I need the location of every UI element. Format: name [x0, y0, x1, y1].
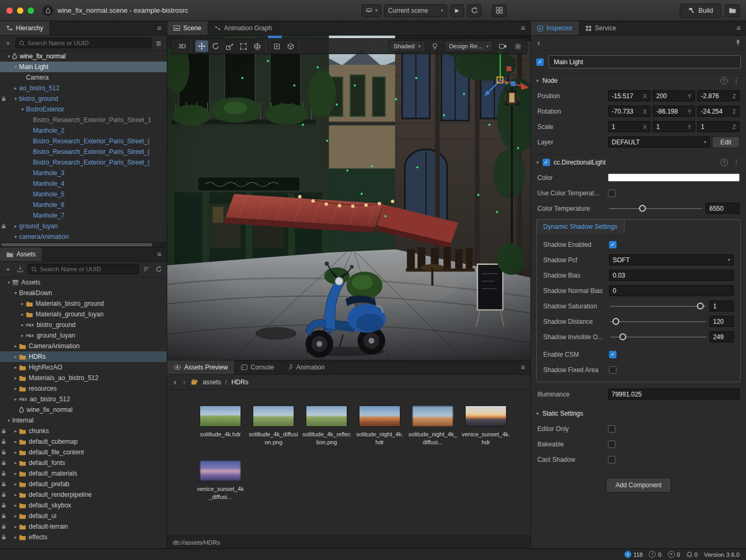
position-z-input[interactable]: -2.876Z — [697, 90, 740, 101]
expand-arrow[interactable]: ▸ — [12, 397, 19, 402]
layout-grid-button[interactable] — [492, 4, 507, 17]
expand-arrow[interactable]: ▾ — [5, 54, 12, 59]
collapse-caret-icon[interactable]: ▾ — [536, 78, 539, 83]
tree-item-ground-luyan[interactable]: ▸FBXground_luyan — [0, 330, 167, 341]
back-button[interactable]: ‹ — [173, 378, 177, 386]
node-name-field[interactable]: Main Light — [548, 55, 741, 68]
expand-arrow[interactable]: ▾ — [12, 96, 19, 101]
hierarchy-search-input[interactable] — [28, 40, 148, 46]
asset-thumbnail[interactable]: solitude_night_4k_diffusi... — [406, 406, 459, 446]
gizmo-view-dropdown[interactable]: ▾ — [362, 4, 381, 17]
tree-item-default-terrain[interactable]: ▸default-terrain — [0, 521, 167, 532]
expand-arrow[interactable]: ▸ — [12, 85, 19, 91]
tree-item-bistro-research-exterior-paris-street-1[interactable]: Bistro_Research_Exterior_Paris_Street_1 — [0, 115, 167, 125]
animation-tab[interactable]: Animation — [281, 360, 331, 374]
assets-menu-button[interactable]: ≡ — [152, 247, 167, 261]
tree-item-manhole-3[interactable]: Manhole_3 — [0, 168, 167, 178]
projection-3d-toggle[interactable]: 3D — [176, 40, 188, 52]
tree-item-manhole-5[interactable]: Manhole_5 — [0, 189, 167, 200]
create-node-button[interactable]: + — [3, 38, 13, 48]
scene-tab[interactable]: Scene — [167, 21, 208, 35]
tree-item-default-fonts[interactable]: ▸default_fonts — [0, 458, 167, 468]
tree-item-materials-ground-luyan[interactable]: ▸Materials_ground_luyan — [0, 309, 167, 320]
hierarchy-hscrollbar[interactable] — [0, 242, 167, 247]
tree-item-ao-bistro-512[interactable]: ▸FBXao_bistro_512 — [0, 394, 167, 404]
tree-item-resources[interactable]: ▸resources — [0, 383, 167, 394]
layer-edit-button[interactable]: Edit — [712, 136, 740, 148]
asset-thumbnail[interactable]: venice_sunset_4k.hdr — [459, 406, 512, 446]
shadow-fixed-area-checkbox[interactable]: ✓ — [609, 366, 616, 374]
expand-arrow[interactable]: ▾ — [12, 234, 19, 239]
directional-light-header[interactable]: ▾ ✓ cc.DirectionalLight ? ⋮ — [531, 154, 746, 170]
expand-arrow[interactable]: ▸ — [19, 301, 26, 306]
tree-item-bistro-ground[interactable]: ▾bistro_ground — [0, 93, 167, 104]
expand-arrow[interactable]: ▸ — [12, 471, 19, 476]
inspector-tab[interactable]: Inspector — [531, 21, 579, 35]
shadow-distance-value[interactable]: 120 — [709, 316, 734, 327]
tree-item-default-file-content[interactable]: ▸default_file_content — [0, 447, 167, 458]
expand-arrow[interactable]: ▸ — [12, 439, 19, 444]
tree-item-default-cubemap[interactable]: ▸default_cubemap — [0, 436, 167, 447]
illuminance-input[interactable]: 79991.025 — [608, 389, 740, 400]
tree-item-default-materials[interactable]: ▸default_materials — [0, 468, 167, 479]
play-button[interactable]: ▶ — [450, 4, 464, 17]
slider-handle[interactable] — [639, 205, 646, 212]
scale-x-input[interactable]: 1X — [608, 121, 650, 132]
tree-item-default-renderpipeline[interactable]: ▸default_renderpipeline — [0, 489, 167, 500]
shadow-distance-slider[interactable] — [609, 316, 707, 327]
scene-selector-dropdown[interactable]: Current scene ▾ — [384, 4, 447, 17]
expand-arrow[interactable]: ▸ — [12, 492, 19, 497]
expand-arrow[interactable]: ▾ — [5, 280, 12, 285]
shadow-saturation-slider[interactable] — [609, 301, 707, 312]
assets-tab[interactable]: Assets — [0, 247, 42, 261]
scrollbar-thumb[interactable] — [1, 243, 152, 246]
expand-arrow[interactable]: ▸ — [12, 524, 19, 529]
minimize-window-button[interactable] — [17, 7, 23, 14]
shadow-invisible-value[interactable]: 249 — [709, 331, 734, 342]
collapse-caret-icon[interactable]: ▾ — [536, 411, 539, 416]
shadow-pcf-select[interactable]: SOFT▾ — [609, 254, 734, 265]
tree-item-assets[interactable]: ▾Assets — [0, 277, 167, 288]
help-icon[interactable]: ? — [721, 77, 728, 84]
scale-y-input[interactable]: 1Y — [653, 121, 695, 132]
tree-item-cameraanimation[interactable]: ▾cameraAnimation — [0, 231, 167, 242]
tree-item-camera[interactable]: Camera — [0, 72, 167, 83]
hierarchy-searchbox[interactable] — [15, 38, 151, 48]
expand-arrow[interactable]: ▸ — [12, 503, 19, 508]
shadow-normal-bias-input[interactable]: 0 — [609, 285, 734, 296]
enable-csm-checkbox[interactable]: ✓ — [609, 351, 616, 358]
light-menu-icon[interactable]: ⋮ — [732, 158, 741, 166]
close-window-button[interactable] — [6, 7, 13, 14]
service-tab[interactable]: Service — [579, 21, 623, 35]
color-temperature-slider[interactable] — [608, 203, 704, 214]
slider-handle[interactable] — [619, 333, 626, 340]
expand-arrow[interactable]: ▸ — [12, 481, 19, 487]
node-active-checkbox[interactable]: ✓ — [536, 58, 544, 66]
node-menu-icon[interactable]: ⋮ — [732, 76, 741, 84]
tree-item-default-skybox[interactable]: ▸default_skybox — [0, 500, 167, 511]
expand-arrow[interactable]: ▸ — [19, 312, 26, 317]
expand-arrow[interactable]: ▸ — [19, 333, 26, 338]
asset-thumbnail[interactable]: soliltude_4k_reflection.png — [300, 406, 353, 446]
tree-item-ao-bistro-512[interactable]: ▸ao_bistro_512 — [0, 83, 167, 93]
error-log-button[interactable]: × 0 — [668, 551, 680, 558]
hierarchy-tab[interactable]: Hierarchy — [0, 21, 50, 35]
expand-arrow[interactable]: ▸ — [12, 365, 19, 370]
forward-button[interactable]: › — [182, 378, 186, 386]
tree-item-manhole-7[interactable]: Manhole_7 — [0, 210, 167, 221]
tree-item-wine-fix-normal[interactable]: wine_fix_normal — [0, 404, 167, 415]
expand-arrow[interactable]: ▾ — [12, 64, 19, 70]
shadow-bias-input[interactable]: 0.03 — [609, 270, 734, 281]
rotation-z-input[interactable]: -24.254Z — [697, 106, 740, 117]
console-tab[interactable]: Console — [235, 360, 281, 374]
light-enabled-checkbox[interactable]: ✓ — [543, 159, 550, 166]
shadow-saturation-value[interactable]: 1 — [709, 300, 734, 312]
slider-handle[interactable] — [697, 303, 704, 309]
pivot-toggle-button[interactable] — [270, 40, 283, 52]
reload-scene-button[interactable] — [467, 4, 482, 17]
asset-thumbnail[interactable]: venice_sunset_4k_diffusi... — [194, 460, 247, 501]
expand-arrow[interactable]: ▸ — [12, 343, 19, 349]
camera-settings-button[interactable] — [496, 40, 509, 52]
asset-thumbnail[interactable]: solitude_night_4k.hdr — [353, 406, 406, 446]
tree-item-bistro-research-exterior-paris-street[interactable]: Bistro_Research_Exterior_Paris_Street_( — [0, 147, 167, 157]
